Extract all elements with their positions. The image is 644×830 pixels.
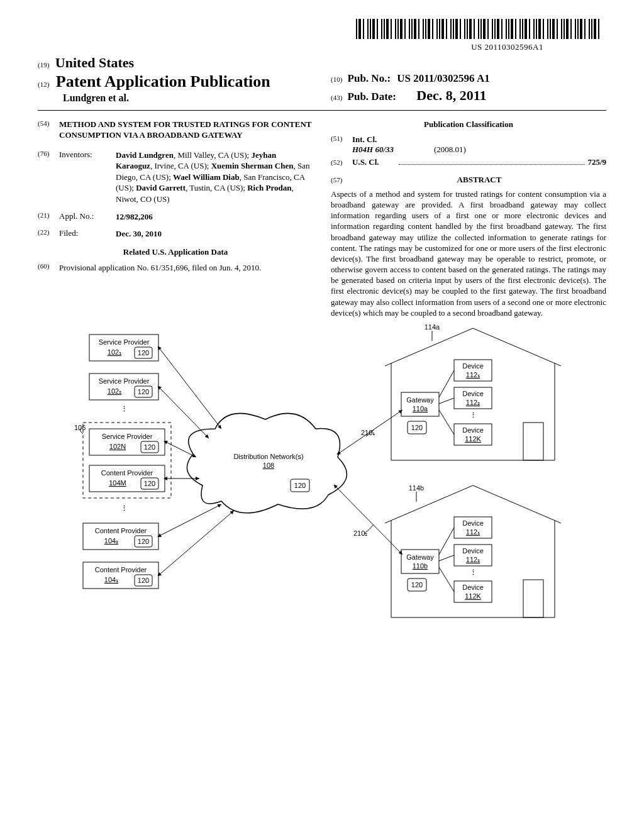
- svg-text:112₂: 112₂: [466, 399, 480, 406]
- intcl-class: H04H 60/33: [352, 145, 434, 155]
- svg-text:Device: Device: [462, 390, 484, 397]
- svg-text:112K: 112K: [465, 435, 481, 443]
- country: United States: [55, 55, 134, 70]
- svg-text:112₁: 112₁: [466, 371, 480, 379]
- pubdate-value: Dec. 8, 2011: [416, 87, 486, 103]
- title-code: (54): [38, 119, 59, 141]
- fig-house2: 114b Gateway 110b 120 Device 112₁ Device…: [385, 484, 561, 617]
- fig-conn2: 210₂: [353, 529, 367, 537]
- svg-text:112₂: 112₂: [466, 556, 480, 563]
- barcode-number: US 20110302596A1: [38, 42, 606, 52]
- filed-code: (22): [38, 228, 59, 240]
- intcl-year: (2008.01): [434, 145, 466, 155]
- uscl-code: (52): [331, 158, 352, 166]
- svg-line-39: [158, 511, 234, 575]
- svg-text:⋮: ⋮: [121, 405, 128, 412]
- fig-house1: 114a Gateway 110a 120 Device 112₁ Device…: [385, 323, 561, 460]
- barcode-block: US 20110302596A1: [38, 19, 606, 52]
- pubno-code: (10): [331, 75, 342, 83]
- intcl-label: Int. Cl.: [352, 135, 377, 145]
- pubno-label: Pub. No.:: [348, 72, 391, 84]
- svg-text:120: 120: [138, 388, 149, 396]
- svg-text:⋮: ⋮: [121, 504, 128, 512]
- fig-cloud-ref: 108: [263, 462, 274, 469]
- fig-cloud-storage: 120: [294, 482, 306, 489]
- filed-label: Filed:: [59, 228, 116, 240]
- svg-line-83: [439, 567, 454, 592]
- svg-text:102N: 102N: [109, 443, 126, 450]
- svg-text:120: 120: [138, 538, 149, 545]
- svg-text:120: 120: [411, 424, 423, 431]
- figure-svg: Distribution Network(s) 108 120 Service …: [52, 322, 592, 674]
- pubdate-label: Pub. Date:: [348, 91, 396, 102]
- svg-line-60: [439, 370, 454, 397]
- left-column: (54) METHOD AND SYSTEM FOR TRUSTED RATIN…: [38, 119, 313, 318]
- svg-text:112₁: 112₁: [466, 528, 480, 536]
- svg-text:Gateway: Gateway: [406, 396, 434, 404]
- svg-line-38: [158, 504, 221, 536]
- svg-text:104M: 104M: [109, 479, 126, 487]
- svg-text:Device: Device: [462, 547, 484, 555]
- svg-text:Device: Device: [462, 426, 484, 434]
- svg-text:Device: Device: [462, 362, 484, 370]
- svg-text:Service Provider: Service Provider: [99, 377, 150, 385]
- fig-cp2: Content Provider 104₂ 120: [83, 523, 158, 550]
- svg-text:120: 120: [138, 577, 149, 584]
- right-column: Publication Classification (51) Int. Cl.…: [331, 119, 606, 318]
- svg-line-62: [439, 410, 454, 434]
- svg-line-81: [439, 528, 454, 555]
- barcode-graphic: [356, 19, 601, 39]
- related-heading: Related U.S. Application Data: [38, 247, 313, 257]
- inventors-code: (76): [38, 150, 59, 205]
- svg-text:Service Provider: Service Provider: [99, 338, 150, 346]
- pubno-value: US 2011/0302596 A1: [397, 72, 489, 84]
- uscl-value: 725/9: [587, 157, 606, 167]
- fig-sp2: Service Provider 102₂ 120: [89, 374, 158, 400]
- invention-title: METHOD AND SYSTEM FOR TRUSTED RATINGS FO…: [59, 119, 313, 141]
- pub-type: Patent Application Publication: [56, 72, 270, 91]
- svg-text:104₂: 104₂: [104, 537, 118, 545]
- fig-cloud-label: Distribution Network(s): [233, 453, 303, 460]
- svg-text:Service Provider: Service Provider: [102, 433, 153, 440]
- pub-type-code: (12): [38, 80, 49, 88]
- svg-text:110a: 110a: [413, 405, 428, 412]
- svg-text:Content Provider: Content Provider: [95, 527, 147, 534]
- svg-text:110b: 110b: [413, 562, 428, 570]
- svg-text:Device: Device: [462, 519, 484, 527]
- svg-text:⋮: ⋮: [470, 568, 477, 576]
- authors-line: Lundgren et al.: [63, 92, 313, 104]
- fig-spn: Service Provider 102N 120: [89, 429, 165, 455]
- applno-label: Appl. No.:: [59, 211, 116, 223]
- svg-line-36: [165, 441, 196, 457]
- body-columns: (54) METHOD AND SYSTEM FOR TRUSTED RATIN…: [38, 119, 606, 318]
- svg-text:Content Provider: Content Provider: [95, 566, 147, 573]
- provisional-text: Provisional application No. 61/351,696, …: [59, 262, 313, 274]
- svg-text:112K: 112K: [465, 592, 481, 600]
- abstract-heading: ABSTRACT: [352, 175, 606, 185]
- abstract-code: (57): [331, 176, 352, 184]
- pubdate-code: (43): [331, 94, 342, 101]
- uscl-dots: [399, 163, 585, 165]
- inventors-label: Inventors:: [59, 150, 116, 205]
- inventors-list: David Lundgren, Mill Valley, CA (US); Je…: [116, 150, 313, 205]
- country-code: (19): [38, 61, 49, 69]
- svg-text:114b: 114b: [409, 484, 424, 492]
- svg-text:102₁: 102₁: [108, 348, 121, 356]
- applno-value: 12/982,206: [116, 211, 313, 223]
- separator: [38, 110, 606, 111]
- svg-text:114a: 114a: [425, 323, 440, 331]
- svg-text:120: 120: [138, 349, 149, 357]
- svg-text:120: 120: [411, 581, 423, 589]
- title-block: (54) METHOD AND SYSTEM FOR TRUSTED RATIN…: [38, 119, 313, 141]
- figure: Distribution Network(s) 108 120 Service …: [38, 322, 606, 677]
- svg-text:104₁: 104₁: [104, 576, 118, 584]
- svg-line-82: [439, 555, 454, 561]
- fig-cp1: Content Provider 104₁ 120: [83, 562, 158, 589]
- applno-code: (21): [38, 211, 59, 223]
- fig-sp1: Service Provider 102₁ 120: [89, 335, 158, 361]
- svg-line-35: [158, 387, 209, 438]
- svg-text:120: 120: [144, 480, 155, 487]
- svg-rect-65: [523, 580, 543, 617]
- svg-text:Content Provider: Content Provider: [101, 469, 153, 477]
- filed-value: Dec. 30, 2010: [116, 228, 313, 240]
